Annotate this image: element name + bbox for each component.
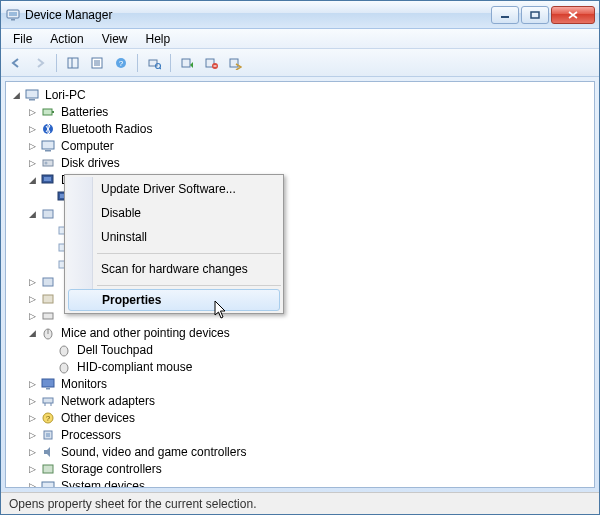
device-manager-window: Device Manager File Action View Help ? ◢ — [0, 0, 600, 515]
menu-view[interactable]: View — [94, 30, 136, 48]
toolbar-separator — [56, 54, 57, 72]
close-button[interactable] — [551, 6, 595, 24]
device-icon — [40, 308, 56, 324]
disable-button[interactable] — [224, 52, 246, 74]
node-label: HID-compliant mouse — [74, 359, 195, 375]
maximize-button[interactable] — [521, 6, 549, 24]
bluetooth-icon — [40, 121, 56, 137]
svg-point-29 — [45, 161, 48, 164]
tree-node-mice-child[interactable]: ▷ Dell Touchpad — [6, 341, 594, 358]
context-separator — [97, 281, 281, 289]
expander-open-icon[interactable]: ◢ — [26, 327, 38, 339]
expander-closed-icon[interactable]: ▷ — [26, 429, 38, 441]
menu-file[interactable]: File — [5, 30, 40, 48]
expander-open-icon[interactable]: ◢ — [26, 208, 38, 220]
svg-rect-4 — [531, 12, 539, 18]
uninstall-button[interactable] — [200, 52, 222, 74]
expander-closed-icon[interactable]: ▷ — [26, 123, 38, 135]
tree-node-sound[interactable]: ▷ Sound, video and game controllers — [6, 443, 594, 460]
svg-rect-27 — [45, 150, 51, 152]
svg-rect-39 — [43, 295, 53, 303]
context-item-disable[interactable]: Disable — [67, 201, 281, 225]
tree-node-storage[interactable]: ▷ Storage controllers — [6, 460, 594, 477]
disk-icon — [40, 155, 56, 171]
system-icon — [40, 478, 56, 489]
tree-node-system[interactable]: ▷ System devices — [6, 477, 594, 488]
storage-icon — [40, 461, 56, 477]
scan-hardware-button[interactable] — [143, 52, 165, 74]
tree-root[interactable]: ◢ Lori-PC — [6, 86, 594, 103]
node-label: Network adapters — [58, 393, 158, 409]
tree-node-bluetooth[interactable]: ▷ Bluetooth Radios — [6, 120, 594, 137]
expander-closed-icon[interactable]: ▷ — [26, 310, 38, 322]
tree-node-network[interactable]: ▷ Network adapters — [6, 392, 594, 409]
expander-closed-icon[interactable]: ▷ — [26, 480, 38, 489]
window-buttons — [489, 6, 595, 24]
back-button[interactable] — [5, 52, 27, 74]
svg-rect-54 — [43, 465, 53, 473]
status-text: Opens property sheet for the current sel… — [9, 497, 256, 511]
node-label: Mice and other pointing devices — [58, 325, 233, 341]
tree-node-computer[interactable]: ▷ Computer — [6, 137, 594, 154]
expander-closed-icon[interactable]: ▷ — [26, 106, 38, 118]
expander-open-icon[interactable]: ◢ — [10, 89, 22, 101]
svg-rect-22 — [29, 99, 35, 101]
battery-icon — [40, 104, 56, 120]
expander-closed-icon[interactable]: ▷ — [26, 412, 38, 424]
svg-line-15 — [160, 67, 162, 69]
app-icon — [5, 7, 21, 23]
svg-rect-21 — [26, 90, 38, 98]
context-item-scan[interactable]: Scan for hardware changes — [67, 257, 281, 281]
mouse-icon — [56, 359, 72, 375]
minimize-button[interactable] — [491, 6, 519, 24]
show-hide-tree-button[interactable] — [62, 52, 84, 74]
node-label: Dell Touchpad — [74, 342, 156, 358]
tree-node-processors[interactable]: ▷ Processors — [6, 426, 594, 443]
svg-text:?: ? — [119, 59, 124, 68]
expander-closed-icon[interactable]: ▷ — [26, 395, 38, 407]
tree-node-mice[interactable]: ◢ Mice and other pointing devices — [6, 324, 594, 341]
toolbar: ? — [1, 49, 599, 77]
context-item-update[interactable]: Update Driver Software... — [67, 177, 281, 201]
menu-help[interactable]: Help — [138, 30, 179, 48]
expander-closed-icon[interactable]: ▷ — [26, 140, 38, 152]
expander-closed-icon[interactable]: ▷ — [26, 276, 38, 288]
properties-button[interactable] — [86, 52, 108, 74]
computer-icon — [24, 87, 40, 103]
node-label: Batteries — [58, 104, 111, 120]
toolbar-separator — [137, 54, 138, 72]
expander-closed-icon[interactable]: ▷ — [26, 446, 38, 458]
tree-node-other[interactable]: ▷ ? Other devices — [6, 409, 594, 426]
svg-rect-3 — [501, 16, 509, 18]
svg-rect-23 — [43, 109, 52, 115]
context-item-properties[interactable]: Properties — [68, 289, 280, 311]
forward-button[interactable] — [29, 52, 51, 74]
expander-open-icon[interactable]: ◢ — [26, 174, 38, 186]
tree-node-batteries[interactable]: ▷ Batteries — [6, 103, 594, 120]
context-item-uninstall[interactable]: Uninstall — [67, 225, 281, 249]
svg-rect-2 — [11, 19, 15, 21]
expander-closed-icon[interactable]: ▷ — [26, 378, 38, 390]
menu-action[interactable]: Action — [42, 30, 91, 48]
device-icon — [40, 274, 56, 290]
device-icon — [40, 291, 56, 307]
expander-closed-icon[interactable]: ▷ — [26, 293, 38, 305]
tree-node-mice-child[interactable]: ▷ HID-compliant mouse — [6, 358, 594, 375]
svg-rect-34 — [43, 210, 53, 218]
update-driver-button[interactable] — [176, 52, 198, 74]
node-label: Disk drives — [58, 155, 123, 171]
expander-closed-icon[interactable]: ▷ — [26, 157, 38, 169]
tree-node-disks[interactable]: ▷ Disk drives — [6, 154, 594, 171]
svg-rect-46 — [46, 388, 50, 390]
network-icon — [40, 393, 56, 409]
expander-closed-icon[interactable]: ▷ — [26, 463, 38, 475]
titlebar[interactable]: Device Manager — [1, 1, 599, 29]
help-button[interactable]: ? — [110, 52, 132, 74]
node-label: Computer — [58, 138, 117, 154]
device-tree-panel[interactable]: ◢ Lori-PC ▷ Batteries ▷ Bluetooth Radios… — [5, 81, 595, 488]
display-adapter-icon — [40, 172, 56, 188]
svg-point-44 — [60, 363, 68, 373]
tree-node-monitors[interactable]: ▷ Monitors — [6, 375, 594, 392]
svg-rect-16 — [182, 59, 190, 67]
svg-text:?: ? — [46, 414, 51, 423]
